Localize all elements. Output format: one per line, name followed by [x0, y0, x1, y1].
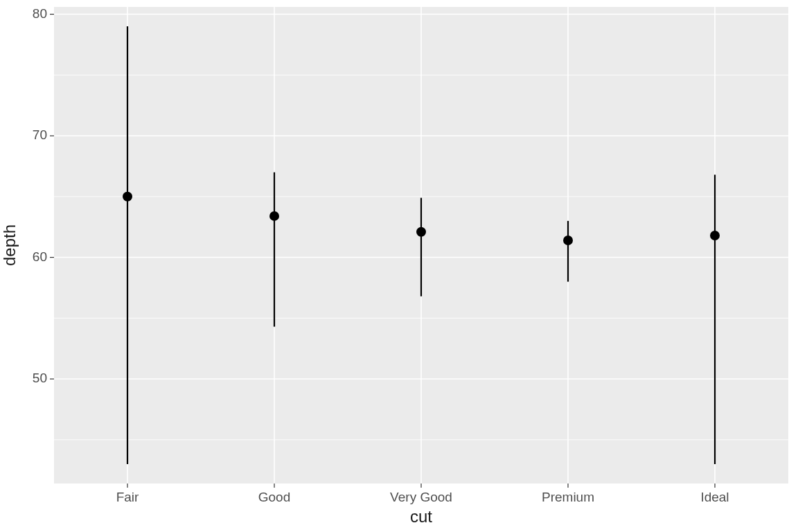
point-dot — [416, 227, 426, 237]
y-tick-label: 80 — [33, 6, 47, 21]
x-tick-label: Premium — [542, 490, 594, 504]
pointrange-chart: 50607080 FairGoodVery GoodPremiumIdeal c… — [0, 0, 798, 532]
point-dot — [269, 211, 279, 221]
y-tick-label: 50 — [33, 371, 47, 385]
point-dot — [123, 192, 132, 202]
plot-panel: 50607080 FairGoodVery GoodPremiumIdeal — [33, 6, 788, 504]
x-axis: FairGoodVery GoodPremiumIdeal — [116, 484, 729, 504]
x-tick-label: Ideal — [700, 490, 729, 504]
point-dot — [710, 231, 720, 240]
y-axis-title: depth — [0, 224, 19, 266]
x-tick-label: Fair — [116, 490, 139, 504]
x-tick-label: Good — [258, 490, 290, 504]
y-tick-label: 60 — [33, 249, 47, 264]
x-tick-label: Very Good — [390, 490, 452, 504]
y-tick-label: 70 — [33, 127, 47, 142]
point-dot — [563, 236, 573, 245]
x-axis-title: cut — [410, 507, 432, 526]
y-axis: 50607080 — [33, 6, 54, 386]
